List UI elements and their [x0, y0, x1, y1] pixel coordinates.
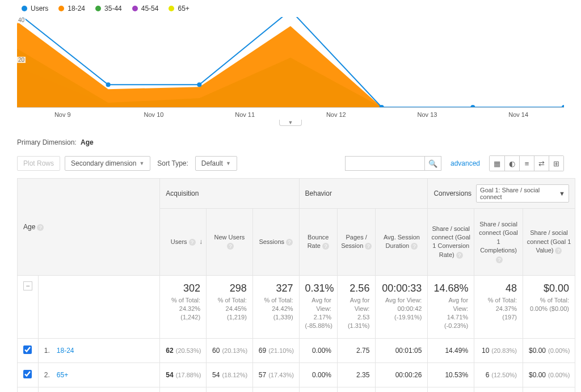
summary-conv-rate: 14.68%Avg for View: 14.71% (-0.23%) — [428, 275, 474, 338]
cell-sessions: 54(16.51%) — [252, 387, 299, 392]
col-sessions[interactable]: Sessions? — [252, 209, 299, 276]
sort-type-value: Default — [201, 159, 223, 167]
legend-swatch — [169, 6, 174, 11]
search-input[interactable] — [345, 156, 424, 171]
col-conv-rate[interactable]: Share / social connect (Goal 1 Conversio… — [428, 209, 474, 276]
chevron-down-icon: ▼ — [226, 161, 231, 166]
col-new-users[interactable]: New Users? — [207, 209, 253, 276]
view-comparison-button[interactable]: ⇄ — [534, 156, 549, 171]
pivot-icon: ⊞ — [553, 159, 559, 168]
table-search: 🔍 — [345, 156, 441, 171]
goal-select-dropdown[interactable]: Goal 1: Share / social connect ▼ — [476, 184, 569, 203]
col-value[interactable]: Share / social connect (Goal 1 Value)? — [523, 209, 575, 276]
help-icon[interactable]: ? — [286, 239, 293, 246]
sort-type-dropdown[interactable]: Default ▼ — [195, 156, 237, 171]
view-pivot-button[interactable]: ⊞ — [549, 156, 563, 171]
cell-value: $0.00(0.00%) — [523, 387, 575, 392]
search-button[interactable]: 🔍 — [424, 156, 441, 171]
col-pages-session[interactable]: Pages / Session? — [337, 209, 375, 276]
chart-ytick: 20 — [17, 57, 26, 63]
legend-item[interactable]: Users — [22, 5, 48, 12]
help-icon[interactable]: ? — [365, 243, 372, 250]
view-pie-button[interactable]: ◐ — [504, 156, 519, 171]
help-icon[interactable]: ? — [496, 256, 503, 263]
svg-point-5 — [470, 105, 475, 107]
help-icon[interactable]: ? — [456, 252, 463, 259]
legend-label: 35-44 — [104, 5, 122, 12]
chart-panel: Users18-2435-4445-5465+ 40 20 Nov 9Nov 1… — [0, 0, 581, 133]
comparison-icon: ⇄ — [538, 159, 545, 168]
summary-row: − 302% of Total: 24.32% (1,242) 298% of … — [18, 275, 575, 338]
collapse-all-button[interactable]: − — [23, 281, 32, 290]
goal-selected-label: Goal 1: Share / social connect — [480, 187, 556, 200]
legend-label: 45-54 — [141, 5, 159, 12]
legend-item[interactable]: 35-44 — [95, 5, 122, 12]
row-checkbox[interactable] — [23, 345, 32, 354]
help-icon[interactable]: ? — [189, 239, 196, 246]
legend-swatch — [132, 6, 138, 11]
chart-expand-handle[interactable]: ▼ — [279, 120, 302, 126]
help-icon[interactable]: ? — [411, 243, 418, 250]
cell-bounce: 0.00% — [299, 338, 337, 363]
data-table: Age? Acquisition Behavior Conversions Go… — [17, 178, 575, 392]
cell-duration: 00:00:26 — [376, 363, 428, 387]
cell-conv-rate: 20.37% — [428, 387, 474, 392]
primary-dimension-value[interactable]: Age — [81, 138, 94, 146]
legend-swatch — [95, 6, 101, 11]
summary-new-users: 298% of Total: 24.45% (1,219) — [207, 275, 253, 338]
secondary-dimension-dropdown[interactable]: Secondary dimension ▼ — [65, 156, 150, 171]
row-dimension: 2.65+ — [38, 363, 160, 387]
chart-ytick: 40 — [17, 17, 26, 23]
bars-icon: ≡ — [525, 159, 529, 168]
col-avg-duration[interactable]: Avg. Session Duration? — [376, 209, 428, 276]
summary-users: 302% of Total: 24.32% (1,242) — [160, 275, 207, 338]
summary-pages: 2.56Avg for View: 2.53 (1.31%) — [337, 275, 375, 338]
chart[interactable]: 40 20 — [17, 17, 564, 108]
dimension-link[interactable]: 18-24 — [57, 347, 74, 355]
legend-item[interactable]: 18-24 — [58, 5, 85, 12]
secondary-dimension-label: Secondary dimension — [71, 159, 136, 167]
advanced-link[interactable]: advanced — [446, 159, 485, 167]
dimension-link[interactable]: 65+ — [57, 371, 68, 379]
legend-label: 18-24 — [68, 5, 85, 12]
table-row: 1.18-2462(20.53%)60(20.13%)69(21.10%)0.0… — [18, 338, 575, 363]
chart-svg — [17, 17, 564, 107]
help-icon[interactable]: ? — [555, 247, 562, 254]
view-mode-group: ▦ ◐ ≡ ⇄ ⊞ — [489, 155, 564, 171]
legend-item[interactable]: 45-54 — [132, 5, 159, 12]
plot-rows-button[interactable]: Plot Rows — [17, 156, 60, 171]
row-checkbox[interactable] — [23, 370, 32, 378]
cell-duration: 00:01:05 — [376, 338, 428, 363]
chart-legend: Users18-2435-4445-5465+ — [17, 5, 564, 12]
cell-new-users: 53(17.79%) — [207, 387, 253, 392]
col-completions[interactable]: Share / social connect (Goal 1 Completio… — [474, 209, 523, 276]
help-icon[interactable]: ? — [322, 243, 329, 250]
view-table-button[interactable]: ▦ — [490, 156, 504, 171]
cell-value: $0.00(0.00%) — [523, 338, 575, 363]
group-conversions-label: Conversions — [433, 189, 471, 197]
legend-item[interactable]: 65+ — [169, 5, 189, 12]
cell-sessions: 57(17.43%) — [252, 363, 299, 387]
chart-xtick: Nov 9 — [17, 111, 108, 118]
cell-bounce: 0.00% — [299, 387, 337, 392]
table-toolbar: Plot Rows Secondary dimension ▼ Sort Typ… — [0, 146, 581, 178]
col-age[interactable]: Age? — [18, 179, 160, 276]
help-icon[interactable]: ? — [37, 224, 44, 231]
col-users[interactable]: Users?↓ — [160, 209, 207, 276]
legend-swatch — [22, 6, 27, 11]
cell-value: $0.00(0.00%) — [523, 363, 575, 387]
sort-type-label: Sort Type: — [155, 159, 190, 167]
pie-icon: ◐ — [509, 159, 515, 168]
search-icon: 🔍 — [428, 159, 437, 168]
row-dimension: 1.18-24 — [38, 338, 160, 363]
cell-users: 53(17.55%) — [160, 387, 207, 392]
primary-dimension-row: Primary Dimension: Age — [0, 133, 581, 146]
summary-value: $0.00% of Total: 0.00% ($0.00) — [523, 275, 575, 338]
view-performance-button[interactable]: ≡ — [519, 156, 534, 171]
summary-duration: 00:00:33Avg for View: 00:00:42 (-19.91%) — [376, 275, 428, 338]
cell-new-users: 54(18.12%) — [207, 363, 253, 387]
summary-sessions: 327% of Total: 24.42% (1,339) — [252, 275, 299, 338]
col-bounce-rate[interactable]: Bounce Rate? — [299, 209, 337, 276]
help-icon[interactable]: ? — [227, 243, 234, 250]
sort-descending-icon: ↓ — [199, 237, 203, 247]
